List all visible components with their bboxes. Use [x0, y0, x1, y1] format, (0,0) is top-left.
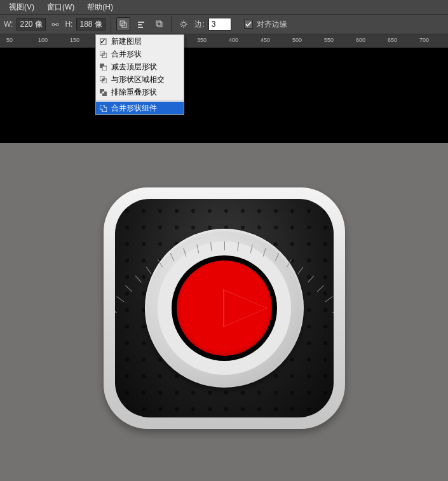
- dropdown-item-label: 合并形状: [111, 49, 142, 60]
- ruler-tick: 400: [229, 37, 238, 43]
- ruler-tick: 650: [388, 37, 397, 43]
- options-toolbar: W: 220 像 H: 188 像 边: 3 对齐边缘: [0, 14, 448, 34]
- dropdown-separator: [96, 100, 184, 100]
- dropdown-item-merge-components[interactable]: 合并形状组件: [96, 102, 184, 114]
- dropdown-item-label: 合并形状组件: [111, 103, 157, 114]
- ruler-tick: 50: [6, 37, 13, 43]
- horizontal-ruler: 5010015020025030035040045050055060065070…: [0, 34, 448, 48]
- edge-label: 边:: [194, 19, 204, 30]
- svg-line-13: [186, 26, 186, 27]
- check-icon: ✓: [100, 37, 106, 46]
- svg-rect-23: [102, 79, 104, 81]
- dropdown-item-label: 与形状区域相交: [111, 74, 165, 85]
- ruler-tick: 700: [419, 37, 429, 43]
- dropdown-item-merge[interactable]: 合并形状: [96, 48, 184, 60]
- svg-rect-5: [156, 21, 161, 25]
- height-input[interactable]: 188 像: [76, 18, 105, 30]
- ruler-tick: 150: [70, 37, 79, 43]
- align-edges-label: 对齐边缘: [257, 19, 287, 30]
- dropdown-item-intersect[interactable]: 与形状区域相交: [96, 73, 184, 86]
- ruler-tick: 450: [261, 37, 270, 43]
- svg-rect-4: [138, 27, 143, 28]
- svg-line-12: [181, 22, 182, 22]
- dropdown-item-subtract[interactable]: 减去顶层形状: [96, 60, 184, 73]
- dropdown-item-label: 减去顶层形状: [111, 62, 157, 72]
- artwork-icon: [104, 187, 345, 429]
- path-operations-dropdown: ✓ 新建图层 合并形状 减去顶层形状 与形状区域相交 排除重叠形状 合并形状组件: [95, 34, 184, 115]
- svg-line-15: [181, 26, 182, 27]
- intersect-icon: [98, 75, 107, 84]
- merge-all-icon: [98, 104, 107, 112]
- canvas-background: [0, 143, 448, 481]
- svg-rect-6: [158, 22, 162, 27]
- menu-window[interactable]: 窗口(W): [47, 2, 74, 13]
- svg-rect-2: [138, 22, 144, 23]
- arrange-icon[interactable]: [152, 17, 166, 31]
- menubar: 视图(V) 窗口(W) 帮助(H): [0, 0, 448, 14]
- link-icon[interactable]: [50, 18, 61, 30]
- pathop-combine-icon[interactable]: [116, 17, 130, 31]
- svg-line-14: [186, 22, 186, 22]
- dropdown-item-label: 排除重叠形状: [111, 87, 157, 98]
- ruler-tick: 600: [356, 37, 365, 43]
- exclude-icon: [98, 88, 107, 97]
- dropdown-item-exclude[interactable]: 排除重叠形状: [96, 86, 184, 98]
- gear-icon[interactable]: [177, 17, 191, 31]
- ruler-tick: 500: [292, 37, 302, 43]
- align-icon[interactable]: [134, 17, 148, 31]
- separator: [111, 17, 111, 32]
- svg-rect-20: [102, 66, 107, 71]
- ruler-tick: 550: [324, 37, 334, 43]
- menu-view[interactable]: 视图(V): [9, 2, 34, 13]
- width-label: W:: [4, 20, 13, 29]
- ruler-tick: 350: [197, 37, 207, 43]
- svg-rect-3: [138, 24, 142, 25]
- svg-point-7: [182, 22, 186, 26]
- height-label: H:: [65, 20, 72, 29]
- ruler-tick: 100: [38, 37, 48, 43]
- merge-icon: [98, 50, 107, 58]
- subtract-icon: [98, 62, 107, 71]
- separator: [171, 17, 172, 32]
- edge-input[interactable]: 3: [208, 18, 231, 30]
- dropdown-item-new-layer[interactable]: ✓ 新建图层: [96, 35, 184, 48]
- menu-help[interactable]: 帮助(H): [87, 2, 113, 13]
- align-edges-checkbox[interactable]: [244, 20, 253, 29]
- dropdown-item-label: 新建图层: [111, 36, 142, 47]
- canvas[interactable]: [0, 48, 448, 481]
- width-input[interactable]: 220 像: [17, 18, 46, 30]
- svg-rect-26: [102, 91, 104, 93]
